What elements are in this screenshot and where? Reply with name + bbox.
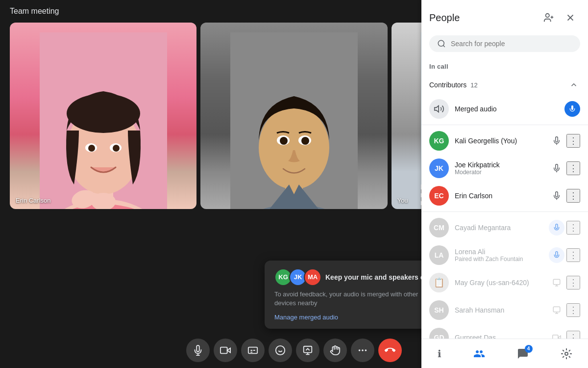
notification-body: To avoid feedback, your audio is merged … [274, 290, 441, 308]
person-name-erin: Erin Carlson [455, 192, 543, 200]
people-list: Merged audio KG Kali Georgellis (You) [421, 95, 588, 339]
person-row-merged: Merged audio [421, 95, 588, 123]
tab-activities[interactable] [553, 344, 580, 364]
more-cayadi-button[interactable]: ⋮ [566, 221, 580, 235]
collapse-contributors-button[interactable] [567, 79, 580, 91]
person-name-cayadi: Cayadi Megantara [455, 224, 543, 232]
present-button[interactable] [296, 339, 319, 362]
avatar-gurpreet: GD [429, 328, 449, 339]
person-row-sarah: SH Sarah Hansman ⋮ [421, 296, 588, 324]
person-info-kali: Kali Georgellis (You) [455, 137, 543, 145]
svg-point-8 [88, 145, 95, 152]
avatar-kali: KG [429, 131, 449, 151]
audio-icon-sarah [549, 302, 564, 318]
mic-button[interactable] [186, 339, 210, 362]
person-actions-merged [564, 101, 580, 117]
raise-hand-button[interactable] [323, 339, 347, 362]
tab-info[interactable]: ℹ [430, 344, 449, 364]
people-tab-icon [473, 348, 485, 360]
in-call-label: In call [429, 63, 448, 70]
audio-status-merged [564, 101, 580, 117]
person-info-may: May Gray (us-san-6420) [455, 279, 543, 287]
audio-icon-gurpreet [549, 330, 564, 339]
person-name-gurpreet: Gurpreet Das [455, 334, 543, 339]
audio-icon-may [549, 275, 564, 290]
end-call-button[interactable] [378, 339, 402, 362]
panel-title: People [429, 12, 460, 24]
person-info-gurpreet: Gurpreet Das [455, 334, 543, 339]
camera-button[interactable] [214, 339, 237, 362]
avatar-merged [429, 99, 449, 119]
person-row-erin: EC Erin Carlson ⋮ [421, 182, 588, 210]
person-actions-cayadi: ⋮ [549, 220, 580, 236]
svg-point-52 [546, 14, 549, 17]
people-panel: People In cal [421, 0, 588, 368]
more-options-button[interactable] [351, 339, 374, 362]
close-panel-button[interactable] [561, 8, 580, 27]
more-may-button[interactable]: ⋮ [566, 276, 580, 289]
controls-center [186, 339, 402, 362]
contributors-count: 12 [470, 81, 477, 89]
video-face-2 [200, 23, 387, 209]
svg-point-49 [359, 349, 361, 351]
person-info-joe: Joe Kirkpatrick Moderator [455, 161, 543, 176]
svg-rect-64 [553, 307, 560, 312]
person-actions-may: ⋮ [549, 275, 580, 290]
svg-point-15 [259, 106, 329, 189]
person-row-lorena: LA Lorena Ali Paired with Zach Fountain … [421, 241, 588, 269]
svg-rect-48 [304, 346, 312, 353]
more-joe-button[interactable]: ⋮ [566, 161, 580, 175]
more-lorena-button[interactable]: ⋮ [566, 248, 580, 262]
tile-label-3: You [397, 197, 408, 204]
audio-icon-joe [549, 160, 564, 176]
panel-bottom-tabs: ℹ 4 [421, 339, 588, 368]
person-name-may: May Gray (us-san-6420) [455, 279, 543, 287]
person-actions-sarah: ⋮ [549, 302, 580, 318]
svg-rect-44 [248, 347, 257, 354]
svg-rect-43 [220, 347, 227, 354]
divider-1 [421, 125, 588, 125]
person-name-lorena: Lorena Ali [455, 248, 543, 256]
add-person-button[interactable] [539, 8, 559, 27]
more-erin-button[interactable]: ⋮ [566, 189, 580, 203]
emoji-button[interactable] [269, 339, 292, 362]
svg-point-45 [276, 346, 285, 355]
audio-icon-lorena [549, 247, 564, 263]
more-sarah-button[interactable]: ⋮ [566, 303, 580, 317]
person-name-sarah: Sarah Hansman [455, 306, 543, 314]
avatar-lorena: LA [429, 245, 449, 265]
person-actions-joe: ⋮ [549, 160, 580, 176]
search-input[interactable] [451, 40, 572, 48]
avatar-erin: EC [429, 186, 449, 206]
more-gurpreet-button[interactable]: ⋮ [566, 331, 580, 339]
tab-people[interactable] [466, 344, 493, 364]
person-subtitle-lorena: Paired with Zach Fountain [455, 256, 543, 263]
info-tab-icon: ℹ [438, 348, 441, 360]
person-subtitle-joe: Moderator [455, 169, 543, 176]
person-actions-erin: ⋮ [549, 188, 580, 204]
person-info-cayadi: Cayadi Megantara [455, 224, 543, 232]
avatar-sarah: SH [429, 300, 449, 320]
tab-chat[interactable]: 4 [509, 344, 537, 364]
person-info-lorena: Lorena Ali Paired with Zach Fountain [455, 248, 543, 263]
person-actions-kali: ⋮ [549, 133, 580, 149]
audio-icon-cayadi [549, 220, 564, 236]
avatar-may: 📋 [429, 273, 449, 292]
svg-point-51 [365, 349, 367, 351]
chat-badge: 4 [525, 345, 533, 353]
panel-header: People [421, 0, 588, 31]
video-face-1 [10, 23, 196, 209]
contributors-left: Contributors 12 [429, 81, 478, 89]
video-tile-1: Erin Carlson [10, 23, 196, 209]
avatar-joe: JK [429, 158, 449, 178]
svg-line-58 [443, 45, 444, 47]
captions-button[interactable] [241, 339, 265, 362]
person-actions-lorena: ⋮ [549, 247, 580, 263]
contributors-row: Contributors 12 [421, 73, 588, 95]
person-row-gurpreet: GD Gurpreet Das ⋮ [421, 324, 588, 339]
manage-merged-audio-link[interactable]: Manage merged audio [274, 314, 441, 321]
svg-point-57 [438, 40, 444, 46]
more-kali-button[interactable]: ⋮ [566, 134, 580, 148]
person-name-joe: Joe Kirkpatrick [455, 161, 543, 169]
svg-rect-63 [553, 279, 560, 285]
